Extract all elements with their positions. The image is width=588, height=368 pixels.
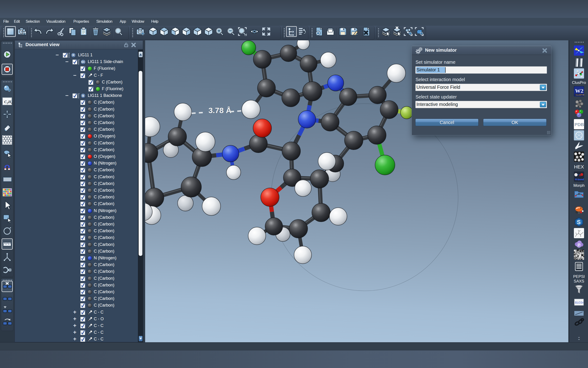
svg-text:BiCOre: BiCOre — [575, 301, 584, 304]
svg-text:C2H6: C2H6 — [4, 100, 12, 105]
svg-text:H-bond: H-bond — [575, 178, 584, 181]
svg-text:3.78 Å: 3.78 Å — [208, 106, 231, 115]
svg-text:P: P — [578, 243, 580, 247]
svg-text:S: S — [577, 219, 581, 225]
svg-text:CLUSTAL: CLUSTAL — [576, 94, 584, 96]
svg-text:W2: W2 — [575, 88, 583, 94]
svg-text:PDB: PDB — [575, 122, 584, 127]
